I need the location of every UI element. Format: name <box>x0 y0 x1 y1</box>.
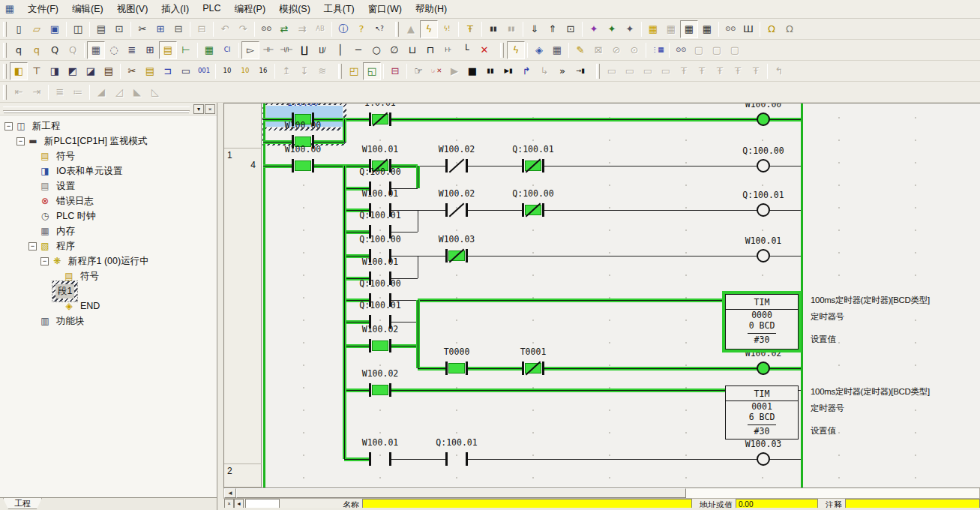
btn-monitor[interactable]: ϟ <box>507 41 525 59</box>
btn-watch-window-toggle[interactable]: ⊙⊙ <box>721 20 739 38</box>
btn-new-instruction-box[interactable]: ⊓ <box>421 41 439 59</box>
btn-plc-settings[interactable]: ◰ <box>345 62 363 80</box>
coil-w100-02[interactable] <box>757 362 770 375</box>
btn-replace[interactable]: ⇄ <box>275 20 293 38</box>
btn-monitor-hex[interactable]: 16 <box>254 62 272 80</box>
menu-item-2[interactable]: 视图(V) <box>110 0 155 19</box>
coil-q-100-00[interactable] <box>757 159 770 172</box>
workspace-grip[interactable] <box>3 106 190 111</box>
menu-item-1[interactable]: 编辑(E) <box>65 0 110 19</box>
btn-toggle-watch-window[interactable]: ◨ <box>46 62 64 80</box>
btn-sync-windows[interactable]: ⊟ <box>386 62 404 80</box>
menu-item-5[interactable]: 编程(P) <box>227 0 272 19</box>
menu-item-9[interactable]: 帮助(H) <box>409 0 454 19</box>
coil-w100-01[interactable] <box>757 249 770 262</box>
btn-step-run[interactable]: ↱ <box>517 62 535 80</box>
btn-view-ladder[interactable]: ▦ <box>680 20 698 38</box>
menu-item-0[interactable]: 文件(F) <box>21 0 65 19</box>
watch-prev-button[interactable]: ◄ <box>234 499 244 508</box>
contact-q-100-00[interactable] <box>522 200 544 220</box>
btn-compare-with-plc[interactable]: ⊡ <box>562 20 580 38</box>
contact-w100-01[interactable] <box>369 449 391 469</box>
btn-new-closed-coil[interactable]: ∅ <box>385 41 403 59</box>
btn-binary-monitor[interactable]: 001 <box>195 62 213 80</box>
btn-print[interactable]: ▤ <box>92 20 110 38</box>
contact-w100-00[interactable] <box>292 156 314 176</box>
btn-new-instruction[interactable]: ⊔ <box>403 41 421 59</box>
tree-item-plc1[interactable]: −▬新PLC1[CP1H] 监视模式 <box>0 134 217 148</box>
btn-run-to-next-break[interactable]: ▶▮ <box>499 62 517 80</box>
coil-w100-00[interactable] <box>757 112 770 126</box>
btn-transfer-from-plc[interactable]: ⇑ <box>544 20 562 38</box>
watch-address-field[interactable]: 0.00 <box>736 499 818 508</box>
btn-online-edit-search[interactable]: ✦ <box>621 20 639 38</box>
btn-view-ci[interactable]: CI <box>218 41 236 59</box>
btn-about[interactable]: ⓘ <box>334 20 352 38</box>
tree-item-program1-symbols[interactable]: ▤符号 <box>0 268 217 284</box>
ladder-diagram[interactable]: 142I:0.00I:0.01W100.00W100.00W100.01W100… <box>224 104 979 488</box>
btn-new-vertical-line[interactable]: │ <box>331 41 349 59</box>
workspace-title-bar[interactable]: ▾ × <box>0 103 217 116</box>
programs-collapse-icon[interactable]: − <box>28 242 37 250</box>
scroll-left-button[interactable]: ◄ <box>224 488 236 498</box>
btn-new-coil[interactable]: ○ <box>367 41 385 59</box>
btn-compile-all[interactable]: ⊤ <box>28 62 46 80</box>
btn-copy[interactable]: ⊞ <box>151 20 169 38</box>
btn-differential-monitor[interactable]: ◈ <box>530 41 548 59</box>
contact-w100-02[interactable] <box>369 380 391 400</box>
btn-hold-monitor[interactable]: ⊙⊙ <box>672 41 690 59</box>
contact-i-0-01[interactable] <box>369 110 391 129</box>
btn-show-section-list[interactable]: ⊢ <box>177 41 195 59</box>
btn-online-edit-begin[interactable]: ✦ <box>585 20 603 38</box>
btn-work-online-simulator[interactable]: ◱ <box>363 62 381 80</box>
btn-toggle-output-window[interactable]: ◪ <box>82 62 100 80</box>
btn-open-project[interactable]: ▱ <box>28 20 46 38</box>
btn-local-symbols[interactable]: ▤ <box>141 62 159 80</box>
btn-find[interactable]: ⊙⊙ <box>257 20 275 38</box>
btn-monitor-signed-decimal[interactable]: 10 <box>236 62 254 80</box>
btn-pause-simulation[interactable]: ▮▮ <box>481 62 499 80</box>
btn-watch-sheet[interactable]: ⊐ <box>159 62 177 80</box>
plc1-collapse-icon[interactable]: − <box>16 137 25 146</box>
coil-q-100-01[interactable] <box>757 203 770 217</box>
btn-stop-simulation[interactable]: ■ <box>463 62 481 80</box>
contact-w100-03[interactable] <box>445 246 468 266</box>
btn-properties[interactable]: ▤ <box>100 62 118 80</box>
btn-continuous-step-run[interactable]: » <box>553 62 571 80</box>
btn-zoom-in[interactable]: Q <box>46 41 64 59</box>
btn-online-warning[interactable]: ϟ! <box>438 20 456 38</box>
coil-w100-03[interactable] <box>757 452 770 466</box>
tree-item-memory[interactable]: ▦内存 <box>0 224 217 238</box>
scrollbar-thumb[interactable] <box>236 488 686 498</box>
btn-delete-line[interactable]: ✕ <box>475 41 493 59</box>
btn-new-function-block[interactable]: ⊦⊦ <box>439 41 457 59</box>
rung-margin-cell[interactable]: 2 <box>224 464 262 488</box>
btn-connect-line[interactable]: └ <box>457 41 475 59</box>
btn-new-contact[interactable]: ⊣⊢ <box>259 41 277 59</box>
rung-margin-cell[interactable] <box>224 104 262 148</box>
btn-view-mnemonic[interactable]: ▦ <box>698 20 716 38</box>
btn-cancel-pause-hand[interactable]: ☞✕ <box>427 62 445 80</box>
tree-item-programs[interactable]: −▧程序 <box>0 238 217 254</box>
tab-project[interactable]: 工程 <box>3 498 42 509</box>
btn-zoom[interactable]: q <box>10 41 28 59</box>
menu-item-8[interactable]: 窗口(W) <box>361 0 409 19</box>
btn-cross-reference[interactable]: ✂ <box>123 62 141 80</box>
btn-scan-run[interactable]: →▮ <box>571 62 589 80</box>
contact-q-100-01[interactable] <box>445 449 468 469</box>
btn-new-project[interactable]: ▯ <box>10 20 28 38</box>
new-project-collapse-icon[interactable]: − <box>4 122 13 130</box>
btn-online-edit-rung[interactable]: ✎ <box>571 41 589 59</box>
btn-unlock-program[interactable]: Ω <box>781 20 799 38</box>
watch-close-button[interactable]: × <box>224 499 234 508</box>
tree-item-symbols[interactable]: ▤符号 <box>0 148 217 164</box>
btn-context-help[interactable]: ↖? <box>370 20 388 38</box>
scrollbar-track[interactable] <box>686 488 979 498</box>
btn-monitor-tim[interactable]: Ŧ <box>461 20 479 38</box>
watch-comment-field[interactable] <box>845 499 980 508</box>
btn-show-grid[interactable]: ▦ <box>87 41 105 59</box>
btn-work-online[interactable]: ϟ <box>420 20 438 38</box>
tree-item-new-project[interactable]: −◫新工程 <box>0 118 217 134</box>
tim-0000-block[interactable]: TIM00000 BCD#30 <box>725 294 799 350</box>
btn-io-comment-view[interactable]: ⊞ <box>141 41 159 59</box>
